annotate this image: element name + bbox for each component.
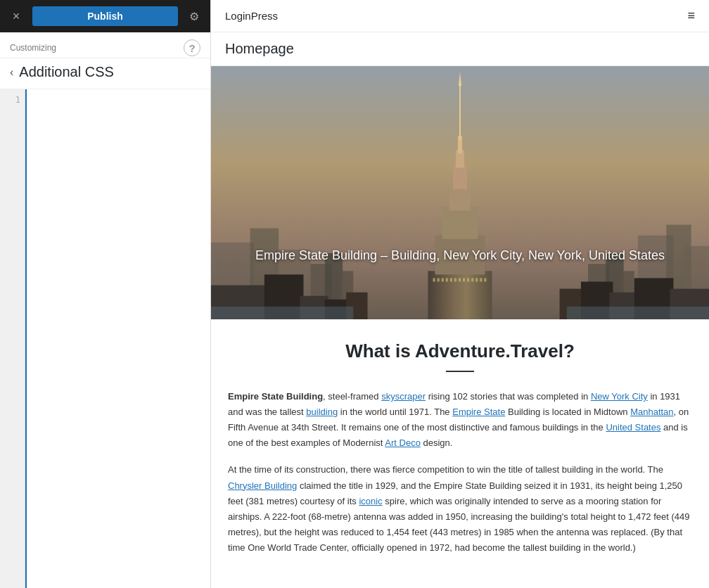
gear-button[interactable]: ⚙ [184,6,205,27]
section-header: ‹ Additional CSS [0,58,210,89]
section-title: Additional CSS [19,64,114,80]
chrysler-link[interactable]: Chrysler Building [228,480,297,491]
svg-rect-34 [484,278,486,281]
css-editor-area: 1 [0,89,210,588]
publish-button[interactable]: Publish [32,6,178,26]
svg-rect-24 [442,278,444,281]
svg-rect-25 [446,278,448,281]
top-bar: × Publish ⚙ [0,0,210,32]
content-area: What is Adventure.Travel? Empire State B… [214,319,706,588]
city-silhouette [211,66,709,319]
customizing-bar: Customizing ? [0,32,210,58]
building-link[interactable]: building [306,407,338,417]
skyscraper-link[interactable]: skyscraper [381,391,426,402]
art-deco-link[interactable]: Art Deco [385,437,421,448]
svg-rect-17 [453,165,467,189]
svg-rect-26 [450,278,452,281]
close-button[interactable]: × [6,6,27,27]
back-icon: ‹ [10,66,13,78]
svg-rect-23 [437,278,440,281]
css-textarea[interactable] [25,89,210,588]
svg-rect-46 [211,307,353,319]
content-paragraph-1: Empire State Building, steel-framed skys… [228,389,692,451]
empire-state-bold: Empire State Building [228,391,323,402]
svg-rect-30 [467,278,469,281]
svg-rect-29 [463,278,465,281]
gear-icon: ⚙ [189,10,199,23]
hero-caption: Empire State Building – Building, New Yo… [211,248,709,263]
hero-image: Empire State Building – Building, New Yo… [211,66,709,319]
svg-rect-16 [449,186,471,210]
content-divider [446,371,474,372]
svg-rect-33 [480,278,482,281]
preview-header: LoginPress ≡ [211,0,709,32]
hamburger-button[interactable]: ≡ [687,8,695,23]
united-states-link[interactable]: United States [606,422,660,433]
svg-rect-32 [475,278,478,281]
help-button[interactable]: ? [184,39,200,56]
empire-state-link[interactable]: Empire State [452,407,505,417]
new-york-city-link[interactable]: New York City [591,391,648,402]
line-numbers: 1 [0,89,25,588]
line-number-1: 1 [6,95,20,105]
svg-rect-20 [459,86,461,139]
preview-panel: LoginPress ≡ Homepage [211,0,709,588]
site-name: LoginPress [225,10,278,22]
content-main-title: What is Adventure.Travel? [228,340,692,362]
page-title: Homepage [225,41,695,57]
svg-rect-31 [471,278,473,281]
svg-rect-15 [442,207,478,239]
svg-rect-22 [433,278,435,281]
svg-rect-47 [567,307,709,319]
iconic-link[interactable]: iconic [359,496,382,506]
customizer-panel: × Publish ⚙ Customizing ? ‹ Additional C… [0,0,211,588]
content-paragraph-2: At the time of its construction, there w… [228,462,692,556]
svg-rect-27 [454,278,456,281]
svg-rect-28 [459,278,461,281]
customizing-label: Customizing [10,43,56,53]
hamburger-icon: ≡ [687,8,695,23]
close-icon: × [13,9,20,24]
manhattan-link[interactable]: Manhattan [630,407,673,417]
back-button[interactable]: ‹ [10,66,13,79]
page-title-bar: Homepage [211,32,709,66]
